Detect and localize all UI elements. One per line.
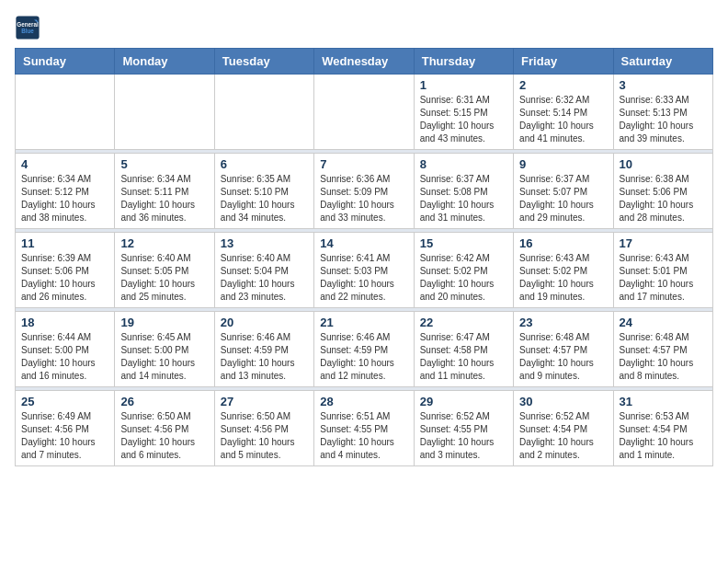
day-number: 11 bbox=[21, 236, 108, 250]
calendar-cell: 2Sunrise: 6:32 AMSunset: 5:14 PMDaylight… bbox=[514, 75, 613, 150]
calendar-cell: 30Sunrise: 6:52 AMSunset: 4:54 PMDayligh… bbox=[514, 391, 613, 466]
day-info: Sunrise: 6:37 AMSunset: 5:07 PMDaylight:… bbox=[519, 173, 607, 224]
calendar-cell: 9Sunrise: 6:37 AMSunset: 5:07 PMDaylight… bbox=[514, 154, 613, 229]
calendar-cell: 5Sunrise: 6:34 AMSunset: 5:11 PMDaylight… bbox=[115, 154, 214, 229]
day-number: 27 bbox=[221, 395, 308, 408]
day-number: 31 bbox=[620, 395, 707, 408]
day-info: Sunrise: 6:47 AMSunset: 4:58 PMDaylight:… bbox=[420, 331, 507, 383]
calendar: SundayMondayTuesdayWednesdayThursdayFrid… bbox=[15, 48, 713, 466]
calendar-cell bbox=[16, 75, 115, 150]
day-number: 14 bbox=[320, 236, 407, 250]
day-number: 29 bbox=[420, 395, 507, 408]
weekday-header-saturday: Saturday bbox=[613, 49, 712, 75]
day-number: 17 bbox=[620, 236, 707, 250]
day-number: 1 bbox=[420, 78, 507, 92]
calendar-cell: 29Sunrise: 6:52 AMSunset: 4:55 PMDayligh… bbox=[414, 391, 513, 466]
calendar-cell: 11Sunrise: 6:39 AMSunset: 5:06 PMDayligh… bbox=[16, 233, 115, 308]
day-number: 6 bbox=[221, 157, 308, 171]
day-number: 26 bbox=[120, 395, 208, 408]
calendar-cell: 1Sunrise: 6:31 AMSunset: 5:15 PMDaylight… bbox=[414, 75, 513, 150]
calendar-cell: 28Sunrise: 6:51 AMSunset: 4:55 PMDayligh… bbox=[314, 391, 414, 466]
calendar-cell: 20Sunrise: 6:46 AMSunset: 4:59 PMDayligh… bbox=[214, 312, 313, 387]
day-info: Sunrise: 6:36 AMSunset: 5:09 PMDaylight:… bbox=[320, 173, 407, 224]
calendar-cell: 3Sunrise: 6:33 AMSunset: 5:13 PMDaylight… bbox=[613, 75, 712, 150]
day-info: Sunrise: 6:48 AMSunset: 4:57 PMDaylight:… bbox=[620, 331, 707, 383]
day-number: 21 bbox=[320, 316, 407, 329]
day-number: 4 bbox=[21, 157, 108, 171]
day-info: Sunrise: 6:40 AMSunset: 5:05 PMDaylight:… bbox=[120, 252, 208, 304]
calendar-cell: 15Sunrise: 6:42 AMSunset: 5:02 PMDayligh… bbox=[414, 233, 513, 308]
day-number: 13 bbox=[221, 236, 308, 250]
day-number: 24 bbox=[620, 316, 707, 329]
calendar-cell: 23Sunrise: 6:48 AMSunset: 4:57 PMDayligh… bbox=[514, 312, 613, 387]
day-info: Sunrise: 6:35 AMSunset: 5:10 PMDaylight:… bbox=[221, 173, 308, 224]
calendar-cell: 25Sunrise: 6:49 AMSunset: 4:56 PMDayligh… bbox=[16, 391, 115, 466]
day-number: 16 bbox=[519, 236, 607, 250]
calendar-cell: 12Sunrise: 6:40 AMSunset: 5:05 PMDayligh… bbox=[115, 233, 214, 308]
calendar-cell: 7Sunrise: 6:36 AMSunset: 5:09 PMDaylight… bbox=[314, 154, 414, 229]
weekday-header-monday: Monday bbox=[115, 49, 214, 75]
day-info: Sunrise: 6:37 AMSunset: 5:08 PMDaylight:… bbox=[420, 173, 507, 224]
calendar-cell: 27Sunrise: 6:50 AMSunset: 4:56 PMDayligh… bbox=[214, 391, 313, 466]
page-header: General Blue bbox=[15, 15, 713, 40]
day-number: 9 bbox=[519, 157, 607, 171]
calendar-cell: 22Sunrise: 6:47 AMSunset: 4:58 PMDayligh… bbox=[414, 312, 513, 387]
day-info: Sunrise: 6:48 AMSunset: 4:57 PMDaylight:… bbox=[519, 331, 607, 383]
day-info: Sunrise: 6:32 AMSunset: 5:14 PMDaylight:… bbox=[519, 94, 607, 145]
day-info: Sunrise: 6:43 AMSunset: 5:02 PMDaylight:… bbox=[519, 252, 607, 304]
calendar-cell bbox=[214, 75, 313, 150]
day-info: Sunrise: 6:34 AMSunset: 5:11 PMDaylight:… bbox=[120, 173, 208, 224]
calendar-cell bbox=[314, 75, 414, 150]
day-info: Sunrise: 6:31 AMSunset: 5:15 PMDaylight:… bbox=[420, 94, 507, 145]
day-info: Sunrise: 6:38 AMSunset: 5:06 PMDaylight:… bbox=[620, 173, 707, 224]
calendar-week-1: 1Sunrise: 6:31 AMSunset: 5:15 PMDaylight… bbox=[16, 75, 713, 150]
logo-icon: General Blue bbox=[15, 15, 40, 40]
day-number: 8 bbox=[420, 157, 507, 171]
weekday-header-wednesday: Wednesday bbox=[314, 49, 414, 75]
day-info: Sunrise: 6:52 AMSunset: 4:55 PMDaylight:… bbox=[420, 410, 507, 462]
day-info: Sunrise: 6:51 AMSunset: 4:55 PMDaylight:… bbox=[320, 410, 407, 462]
day-info: Sunrise: 6:40 AMSunset: 5:04 PMDaylight:… bbox=[221, 252, 308, 304]
calendar-cell: 4Sunrise: 6:34 AMSunset: 5:12 PMDaylight… bbox=[16, 154, 115, 229]
day-info: Sunrise: 6:46 AMSunset: 4:59 PMDaylight:… bbox=[221, 331, 308, 383]
calendar-cell: 18Sunrise: 6:44 AMSunset: 5:00 PMDayligh… bbox=[16, 312, 115, 387]
day-number: 12 bbox=[120, 236, 208, 250]
day-number: 7 bbox=[320, 157, 407, 171]
calendar-week-4: 18Sunrise: 6:44 AMSunset: 5:00 PMDayligh… bbox=[16, 312, 713, 387]
calendar-week-2: 4Sunrise: 6:34 AMSunset: 5:12 PMDaylight… bbox=[16, 154, 713, 229]
calendar-cell: 8Sunrise: 6:37 AMSunset: 5:08 PMDaylight… bbox=[414, 154, 513, 229]
day-number: 30 bbox=[519, 395, 607, 408]
day-info: Sunrise: 6:34 AMSunset: 5:12 PMDaylight:… bbox=[21, 173, 108, 224]
svg-text:General: General bbox=[17, 21, 39, 28]
svg-text:Blue: Blue bbox=[21, 28, 34, 34]
day-info: Sunrise: 6:33 AMSunset: 5:13 PMDaylight:… bbox=[620, 94, 707, 145]
day-number: 15 bbox=[420, 236, 507, 250]
logo: General Blue bbox=[15, 15, 44, 40]
day-info: Sunrise: 6:44 AMSunset: 5:00 PMDaylight:… bbox=[21, 331, 108, 383]
weekday-header-sunday: Sunday bbox=[16, 49, 115, 75]
calendar-cell: 21Sunrise: 6:46 AMSunset: 4:59 PMDayligh… bbox=[314, 312, 414, 387]
calendar-cell: 19Sunrise: 6:45 AMSunset: 5:00 PMDayligh… bbox=[115, 312, 214, 387]
day-number: 18 bbox=[21, 316, 108, 329]
day-info: Sunrise: 6:42 AMSunset: 5:02 PMDaylight:… bbox=[420, 252, 507, 304]
day-number: 3 bbox=[620, 78, 707, 92]
calendar-cell: 10Sunrise: 6:38 AMSunset: 5:06 PMDayligh… bbox=[613, 154, 712, 229]
day-info: Sunrise: 6:49 AMSunset: 4:56 PMDaylight:… bbox=[21, 410, 108, 462]
day-number: 20 bbox=[221, 316, 308, 329]
calendar-cell: 16Sunrise: 6:43 AMSunset: 5:02 PMDayligh… bbox=[514, 233, 613, 308]
weekday-header-friday: Friday bbox=[514, 49, 613, 75]
day-info: Sunrise: 6:45 AMSunset: 5:00 PMDaylight:… bbox=[120, 331, 208, 383]
day-info: Sunrise: 6:50 AMSunset: 4:56 PMDaylight:… bbox=[221, 410, 308, 462]
weekday-header-row: SundayMondayTuesdayWednesdayThursdayFrid… bbox=[16, 49, 713, 75]
day-info: Sunrise: 6:46 AMSunset: 4:59 PMDaylight:… bbox=[320, 331, 407, 383]
calendar-cell: 17Sunrise: 6:43 AMSunset: 5:01 PMDayligh… bbox=[613, 233, 712, 308]
calendar-cell: 14Sunrise: 6:41 AMSunset: 5:03 PMDayligh… bbox=[314, 233, 414, 308]
day-info: Sunrise: 6:52 AMSunset: 4:54 PMDaylight:… bbox=[519, 410, 607, 462]
weekday-header-thursday: Thursday bbox=[414, 49, 513, 75]
calendar-cell: 31Sunrise: 6:53 AMSunset: 4:54 PMDayligh… bbox=[613, 391, 712, 466]
day-number: 22 bbox=[420, 316, 507, 329]
calendar-cell: 13Sunrise: 6:40 AMSunset: 5:04 PMDayligh… bbox=[214, 233, 313, 308]
day-number: 2 bbox=[519, 78, 607, 92]
day-info: Sunrise: 6:43 AMSunset: 5:01 PMDaylight:… bbox=[620, 252, 707, 304]
calendar-cell bbox=[115, 75, 214, 150]
